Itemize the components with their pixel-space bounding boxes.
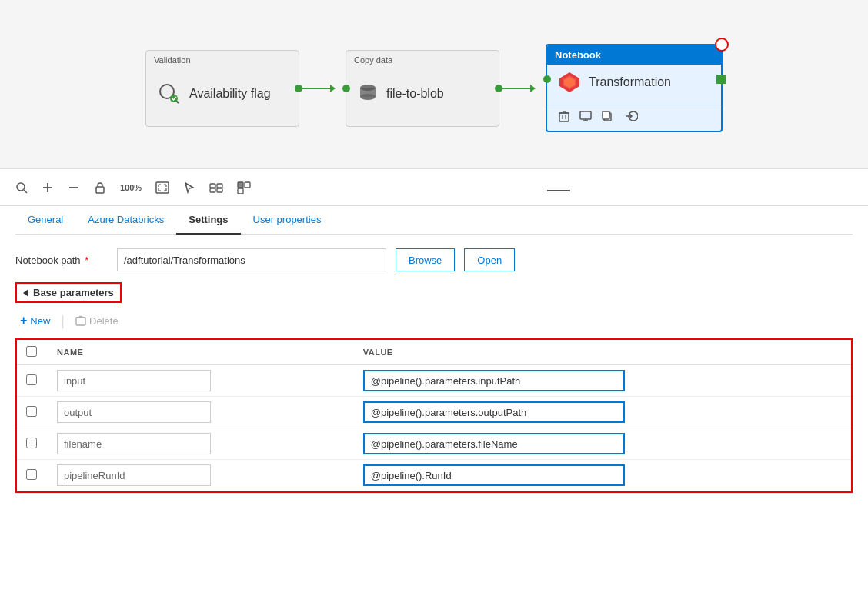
svg-line-18 bbox=[24, 190, 27, 193]
svg-rect-29 bbox=[245, 182, 250, 188]
zoom100-toolbar-icon[interactable]: 100% bbox=[120, 183, 142, 192]
tab-general[interactable]: General bbox=[15, 206, 75, 235]
right-connector-square bbox=[716, 75, 726, 84]
table-row bbox=[17, 397, 851, 428]
params-table: NAME VALUE bbox=[17, 340, 851, 491]
copy-body: file-to-blob bbox=[346, 66, 499, 126]
row-checkbox-cell-3 bbox=[17, 428, 48, 460]
left-connector-dot-notebook bbox=[543, 75, 551, 83]
pointer-toolbar-icon[interactable] bbox=[183, 181, 195, 194]
params-table-container: NAME VALUE bbox=[15, 338, 853, 493]
new-param-button[interactable]: + New bbox=[15, 311, 55, 331]
left-connector-dot-copy bbox=[342, 85, 350, 92]
tab-bar: General Azure Databricks Settings User p… bbox=[15, 206, 853, 235]
select-all-checkbox[interactable] bbox=[26, 346, 37, 357]
table-row bbox=[17, 460, 851, 491]
open-button[interactable]: Open bbox=[464, 248, 515, 271]
svg-rect-15 bbox=[603, 111, 609, 119]
notebook-body: Transformation bbox=[547, 65, 721, 105]
param-value-1[interactable] bbox=[363, 370, 625, 391]
notebook-path-row: Notebook path * Browse Open bbox=[15, 248, 853, 271]
svg-rect-31 bbox=[76, 318, 85, 325]
copy-activity[interactable]: Copy data file-to-blob bbox=[346, 50, 499, 127]
svg-rect-28 bbox=[238, 182, 243, 188]
subtract-toolbar-icon[interactable] bbox=[68, 181, 80, 194]
copy-header: Copy data bbox=[346, 51, 499, 66]
notebook-activity-name: Transformation bbox=[589, 75, 671, 89]
delete-icon bbox=[75, 315, 86, 326]
resize-toolbar-icon[interactable] bbox=[209, 181, 223, 194]
copy-activity-name: file-to-blob bbox=[386, 87, 444, 101]
value-cell-1 bbox=[354, 365, 851, 397]
spark-icon bbox=[558, 71, 581, 94]
validation-body: Availability flag bbox=[146, 66, 299, 126]
svg-point-2 bbox=[162, 87, 172, 96]
search-toolbar-icon[interactable] bbox=[15, 181, 28, 194]
copy-icon[interactable] bbox=[601, 110, 613, 125]
add-toolbar-icon[interactable] bbox=[42, 181, 54, 194]
value-cell-4 bbox=[354, 460, 851, 491]
action-bar: + New | Delete bbox=[15, 311, 853, 331]
name-cell-3 bbox=[48, 428, 354, 460]
svg-rect-13 bbox=[580, 111, 591, 119]
value-column-header: VALUE bbox=[354, 340, 851, 365]
row-checkbox-4[interactable] bbox=[26, 469, 37, 480]
row-checkbox-2[interactable] bbox=[26, 406, 37, 417]
row-checkbox-cell-2 bbox=[17, 397, 48, 428]
table-row bbox=[17, 428, 851, 460]
row-checkbox-3[interactable] bbox=[26, 438, 37, 448]
svg-rect-27 bbox=[217, 188, 222, 192]
error-indicator bbox=[715, 38, 729, 52]
svg-rect-24 bbox=[210, 184, 215, 188]
checkbox-header bbox=[17, 340, 48, 365]
collapse-icon bbox=[23, 289, 28, 297]
svg-point-17 bbox=[17, 183, 25, 191]
delete-activity-icon[interactable] bbox=[558, 110, 570, 125]
base-parameters-section[interactable]: Base parameters bbox=[15, 282, 122, 303]
browse-button[interactable]: Browse bbox=[396, 248, 455, 271]
lock-toolbar-icon[interactable] bbox=[94, 181, 106, 194]
svg-rect-30 bbox=[238, 188, 243, 194]
name-column-header: NAME bbox=[48, 340, 354, 365]
notebook-actions bbox=[547, 105, 721, 131]
search-check-icon bbox=[157, 82, 182, 106]
divider-line bbox=[547, 190, 570, 191]
connector-1 bbox=[299, 85, 346, 92]
tab-settings[interactable]: Settings bbox=[176, 206, 240, 235]
name-cell-1 bbox=[48, 365, 354, 397]
tab-azure-databricks[interactable]: Azure Databricks bbox=[75, 206, 176, 235]
notebook-path-input[interactable] bbox=[117, 248, 386, 271]
fit-page-toolbar-icon[interactable] bbox=[155, 181, 169, 194]
param-name-3[interactable] bbox=[57, 433, 211, 454]
param-name-2[interactable] bbox=[57, 401, 211, 423]
notebook-path-label: Notebook path * bbox=[15, 255, 108, 266]
monitor-icon[interactable] bbox=[579, 110, 592, 125]
name-cell-4 bbox=[48, 460, 354, 491]
param-value-3[interactable] bbox=[363, 433, 625, 454]
param-value-2[interactable] bbox=[363, 401, 625, 423]
row-checkbox-1[interactable] bbox=[26, 374, 37, 385]
svg-rect-25 bbox=[217, 184, 222, 188]
tab-user-properties[interactable]: User properties bbox=[241, 206, 334, 235]
validation-activity[interactable]: Validation Availability flag bbox=[145, 50, 299, 127]
layers-toolbar-icon[interactable] bbox=[237, 181, 251, 194]
navigate-icon[interactable] bbox=[623, 110, 638, 125]
validation-header: Validation bbox=[146, 51, 299, 66]
delete-param-button[interactable]: Delete bbox=[71, 312, 123, 330]
param-name-4[interactable] bbox=[57, 464, 211, 486]
row-checkbox-cell-4 bbox=[17, 460, 48, 491]
row-checkbox-cell bbox=[17, 365, 48, 397]
svg-point-6 bbox=[360, 94, 376, 100]
plus-icon: + bbox=[20, 314, 27, 328]
notebook-activity[interactable]: Notebook Transformation bbox=[546, 44, 723, 132]
toolbar: 100% bbox=[0, 169, 868, 206]
value-cell-3 bbox=[354, 428, 851, 460]
pipeline-flow: Validation Availability flag bbox=[145, 44, 723, 132]
connector-2 bbox=[499, 85, 546, 92]
svg-rect-26 bbox=[210, 188, 215, 192]
name-cell-2 bbox=[48, 397, 354, 428]
params-tbody bbox=[17, 365, 851, 491]
param-name-1[interactable] bbox=[57, 370, 211, 391]
svg-rect-23 bbox=[156, 182, 169, 193]
param-value-4[interactable] bbox=[363, 464, 625, 486]
